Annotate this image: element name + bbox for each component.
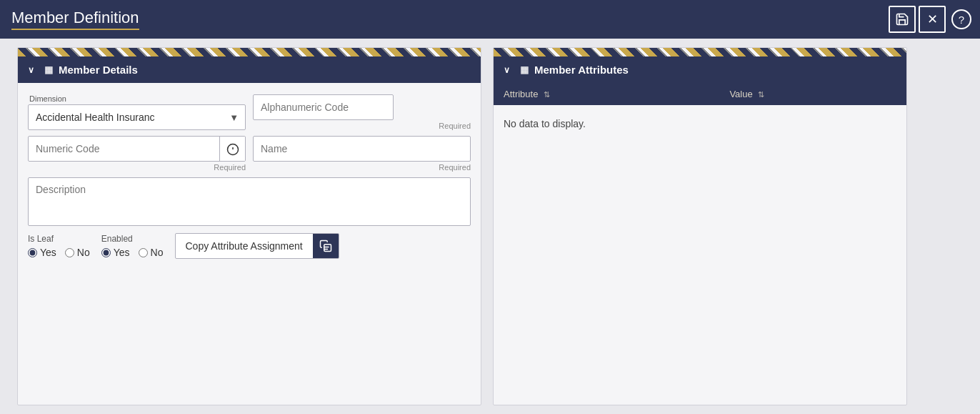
dimension-label: Dimension [28, 94, 246, 103]
numeric-group: Required [28, 136, 246, 172]
attributes-table: Attribute ⇅ Value ⇅ [494, 83, 906, 105]
page-title: Member Definition [11, 9, 139, 30]
attr-grid-icon: ▦ [520, 64, 529, 75]
top-bar-actions: ✕ ? [889, 6, 971, 33]
copy-icon [313, 233, 339, 259]
dimension-wrapper: Accidental Health Insuranc ▼ [28, 104, 246, 130]
enabled-no[interactable]: No [139, 247, 164, 258]
attribute-column-header: Attribute ⇅ [494, 83, 719, 105]
dimension-select[interactable]: Accidental Health Insuranc [28, 104, 246, 130]
numeric-wrapper [28, 136, 246, 162]
row-numeric: Required Required [28, 136, 471, 172]
value-column-header: Value ⇅ [719, 83, 906, 105]
description-textarea[interactable] [28, 177, 471, 226]
name-group: Required [253, 136, 471, 172]
copy-attribute-button[interactable]: Copy Attribute Assignment [175, 233, 339, 259]
alphanumeric-required: Required [253, 122, 471, 130]
name-input[interactable] [253, 136, 471, 162]
is-leaf-options: Yes No [28, 247, 90, 258]
close-button[interactable]: ✕ [919, 6, 946, 33]
description-group [28, 177, 471, 226]
no-data-message: No data to display. [494, 105, 906, 142]
member-details-panel: ∨ ▦ Member Details Dimension Accidental … [17, 47, 481, 405]
attr-collapse-btn[interactable]: ∨ [504, 65, 510, 75]
alphanumeric-group: Required [253, 94, 471, 130]
numeric-required: Required [28, 163, 246, 172]
top-bar: Member Definition ✕ ? [0, 0, 980, 39]
is-leaf-no[interactable]: No [65, 247, 90, 258]
is-leaf-label: Is Leaf [28, 234, 90, 244]
help-button[interactable]: ? [951, 9, 971, 29]
enabled-group: Enabled Yes No [101, 234, 164, 258]
member-details-body: Dimension Accidental Health Insuranc ▼ R… [18, 83, 481, 405]
member-attributes-header: ∨ ▦ Member Attributes [494, 56, 906, 83]
attribute-sort-icon[interactable]: ⇅ [544, 90, 550, 99]
main-content: ∨ ▦ Member Details Dimension Accidental … [0, 39, 980, 414]
member-details-title: Member Details [59, 64, 138, 76]
grid-icon: ▦ [44, 64, 53, 75]
value-sort-icon[interactable]: ⇅ [758, 90, 764, 99]
collapse-btn[interactable]: ∨ [28, 65, 34, 75]
member-attributes-panel: ∨ ▦ Member Attributes Attribute ⇅ Value … [493, 47, 907, 405]
enabled-label: Enabled [101, 234, 164, 244]
enabled-options: Yes No [101, 247, 164, 258]
row-dimension: Dimension Accidental Health Insuranc ▼ R… [28, 94, 471, 130]
svg-rect-3 [324, 245, 331, 252]
bottom-row: Is Leaf Yes No Enabled Yes [28, 233, 471, 259]
is-leaf-yes[interactable]: Yes [28, 247, 56, 258]
member-attributes-body: Attribute ⇅ Value ⇅ No data to display. [494, 83, 906, 405]
row-description [28, 177, 471, 226]
numeric-code-input[interactable] [29, 137, 219, 161]
dimension-group: Dimension Accidental Health Insuranc ▼ [28, 94, 246, 130]
alphanumeric-code-input[interactable] [253, 94, 394, 120]
enabled-yes[interactable]: Yes [101, 247, 130, 258]
save-button[interactable] [889, 6, 916, 33]
copy-attribute-label: Copy Attribute Assignment [176, 240, 313, 252]
numeric-icon-button[interactable] [219, 137, 245, 162]
name-required: Required [253, 163, 471, 172]
is-leaf-group: Is Leaf Yes No [28, 234, 90, 258]
member-attributes-title: Member Attributes [534, 64, 629, 76]
member-details-header: ∨ ▦ Member Details [18, 56, 481, 83]
